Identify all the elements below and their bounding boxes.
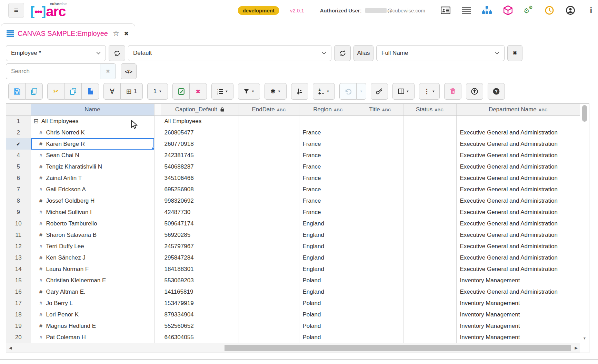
caption-cell[interactable]: 879334904 (161, 309, 239, 320)
duplicate-button[interactable] (64, 83, 82, 100)
name-cell[interactable]: #Gail Erickson A (31, 184, 154, 195)
caption-cell[interactable]: 695256908 (161, 184, 239, 195)
name-cell[interactable]: #Laura Norman F (31, 263, 154, 275)
upload-button[interactable] (466, 83, 483, 100)
name-cell[interactable]: #Pat Coleman H (31, 332, 154, 343)
enddate-cell[interactable] (239, 263, 299, 275)
title-cell[interactable] (357, 138, 403, 150)
name-cell[interactable]: #Sharon Salavaria B (31, 229, 154, 241)
dimension-select[interactable]: Employee * (6, 45, 106, 61)
cut-button[interactable]: ✂ (47, 83, 64, 100)
department-cell[interactable]: Executive General and Administration (456, 263, 580, 275)
user-icon[interactable] (565, 5, 576, 16)
row-number[interactable]: 17 (6, 297, 31, 309)
scroll-left-arrow[interactable]: ◀ (9, 346, 12, 350)
id-card-icon[interactable] (440, 5, 451, 16)
title-cell[interactable] (357, 229, 403, 241)
row-select-check[interactable]: ✔ (6, 138, 31, 150)
department-cell[interactable]: Inventory Management (456, 297, 580, 309)
row-number[interactable]: 13 (6, 252, 31, 263)
row-number[interactable]: 7 (6, 184, 31, 195)
favorite-star-icon[interactable]: ☆ (113, 29, 119, 38)
name-cell[interactable]: #Michael Sullivan I (31, 206, 154, 218)
status-cell[interactable] (403, 138, 456, 150)
name-cell[interactable]: #Karen Berge R (31, 138, 154, 150)
enddate-cell[interactable] (239, 320, 299, 332)
enddate-cell[interactable] (239, 195, 299, 206)
expand-to-level-button[interactable]: ⊞ 1 (121, 83, 143, 100)
search-input[interactable] (6, 63, 100, 79)
undo-dropdown[interactable]: ▼ (357, 83, 366, 100)
enddate-cell[interactable] (239, 309, 299, 320)
name-cell[interactable]: #Sean Chai N (31, 150, 154, 161)
enddate-cell[interactable] (239, 332, 299, 343)
caption-cell[interactable]: 141165819 (161, 286, 239, 297)
title-cell[interactable] (357, 115, 403, 127)
title-cell[interactable] (357, 286, 403, 297)
caption-cell[interactable]: All Employees (161, 115, 239, 127)
horizontal-scrollbar[interactable]: ◀ ▶ (6, 343, 580, 353)
department-cell[interactable]: Executive General and Administration (456, 127, 580, 138)
enddate-cell[interactable] (239, 184, 299, 195)
gears-icon[interactable]: ⚙⚙ (524, 5, 534, 16)
region-cell[interactable]: France (299, 184, 357, 195)
status-cell[interactable] (403, 218, 456, 229)
status-cell[interactable] (403, 150, 456, 161)
enddate-cell[interactable] (239, 127, 299, 138)
title-cell[interactable] (357, 127, 403, 138)
enddate-cell[interactable] (239, 115, 299, 127)
save-button[interactable] (8, 83, 26, 100)
horizontal-scrollbar-thumb[interactable] (225, 345, 571, 351)
row-number[interactable]: 2 (6, 127, 31, 138)
row-number[interactable]: 10 (6, 218, 31, 229)
caption-cell[interactable]: 509647174 (161, 218, 239, 229)
enddate-cell[interactable] (239, 172, 299, 184)
status-cell[interactable] (403, 275, 456, 286)
caption-cell[interactable]: 295847284 (161, 252, 239, 263)
row-number[interactable]: 8 (6, 195, 31, 206)
level-dropdown[interactable]: 1 ▼ (147, 83, 168, 100)
more-options-dropdown[interactable]: ⋮ ▼ (419, 83, 440, 100)
row-number[interactable]: 14 (6, 263, 31, 275)
caption-cell[interactable]: 540688287 (161, 161, 239, 172)
caption-cell[interactable]: 552560652 (161, 320, 239, 332)
department-cell[interactable]: Executive General and Administration (456, 241, 580, 252)
region-cell[interactable]: Poland (299, 309, 357, 320)
department-cell[interactable]: Executive General and Administration (456, 229, 580, 241)
enddate-cell[interactable] (239, 252, 299, 263)
row-number[interactable]: 12 (6, 241, 31, 252)
name-cell[interactable]: #Jo Berry L (31, 297, 154, 309)
name-cell[interactable]: #Magnus Hedlund E (31, 320, 154, 332)
hamburger-menu-button[interactable]: ≡ (8, 3, 24, 18)
name-cell[interactable]: #Ken Sánchez J (31, 252, 154, 263)
status-cell[interactable] (403, 206, 456, 218)
enddate-cell[interactable] (239, 218, 299, 229)
department-cell[interactable]: Executive General and Administration (456, 172, 580, 184)
status-cell[interactable] (403, 184, 456, 195)
columns-dropdown[interactable]: ▼ (392, 83, 415, 100)
clear-search-button[interactable]: ✖ (100, 63, 116, 79)
department-cell[interactable]: Executive General and Administration (456, 218, 580, 229)
delete-button[interactable] (444, 83, 461, 100)
tab-canvas-sample-employee[interactable]: CANVAS SAMPLE:Employee ☆ ✖ (1, 23, 135, 43)
column-header-title[interactable]: TitleABC (357, 104, 403, 115)
row-number[interactable]: 5 (6, 161, 31, 172)
row-number[interactable]: 4 (6, 150, 31, 161)
region-cell[interactable]: France (299, 206, 357, 218)
status-cell[interactable] (403, 172, 456, 184)
cube-icon[interactable] (503, 5, 513, 16)
column-header-caption[interactable]: Caption_Default (161, 104, 239, 115)
department-cell[interactable]: Executive General and Administration (456, 286, 580, 297)
list-icon[interactable] (461, 5, 471, 16)
caption-cell[interactable]: 42487730 (161, 206, 239, 218)
region-cell[interactable]: Poland (299, 332, 357, 343)
region-cell[interactable]: France (299, 195, 357, 206)
title-cell[interactable] (357, 218, 403, 229)
sitemap-icon[interactable] (482, 5, 492, 16)
column-header-name[interactable]: Name (31, 104, 154, 115)
column-header-department[interactable]: Department NameABC (456, 104, 580, 115)
title-cell[interactable] (357, 297, 403, 309)
collapse-icon[interactable]: ⊟ (34, 118, 39, 124)
title-cell[interactable] (357, 320, 403, 332)
title-cell[interactable] (357, 184, 403, 195)
